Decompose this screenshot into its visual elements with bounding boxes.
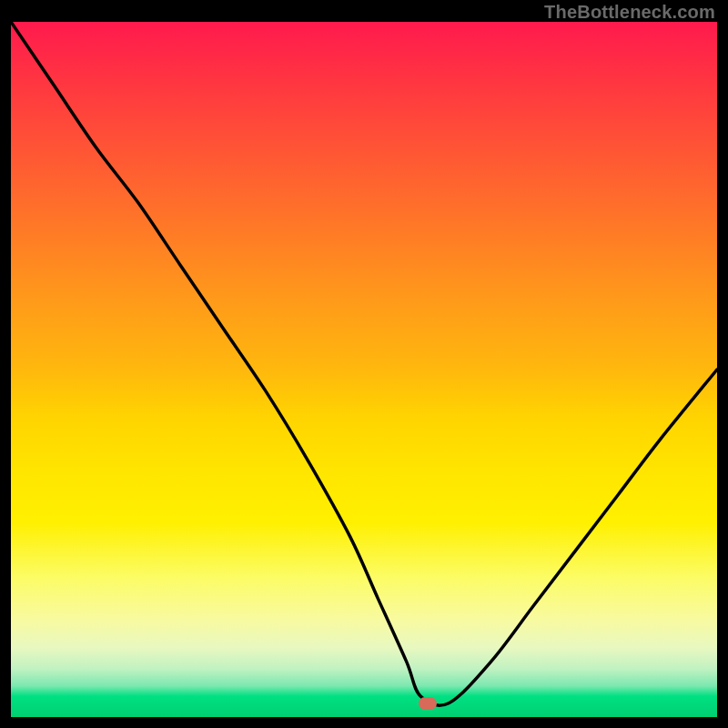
optimum-marker (419, 697, 437, 710)
watermark-text: TheBottleneck.com (544, 2, 715, 23)
plot-area (11, 22, 717, 717)
chart-frame: TheBottleneck.com (0, 0, 728, 728)
bottleneck-curve (11, 22, 717, 717)
